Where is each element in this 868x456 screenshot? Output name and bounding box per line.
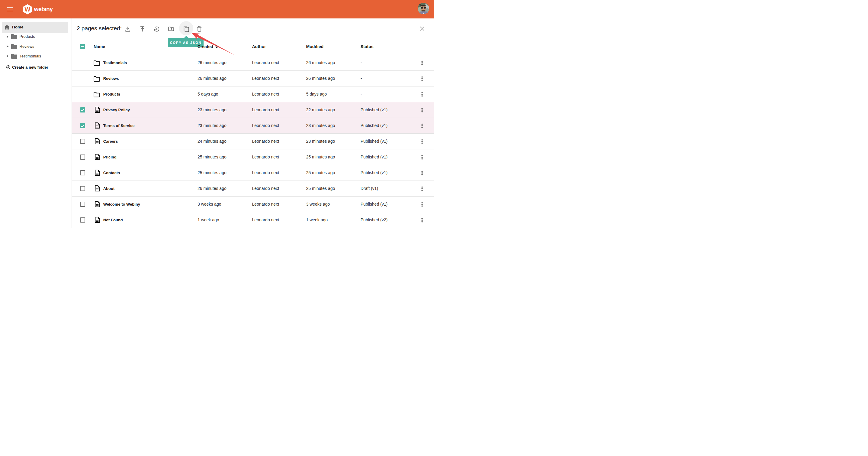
svg-text:W: W	[25, 6, 31, 13]
